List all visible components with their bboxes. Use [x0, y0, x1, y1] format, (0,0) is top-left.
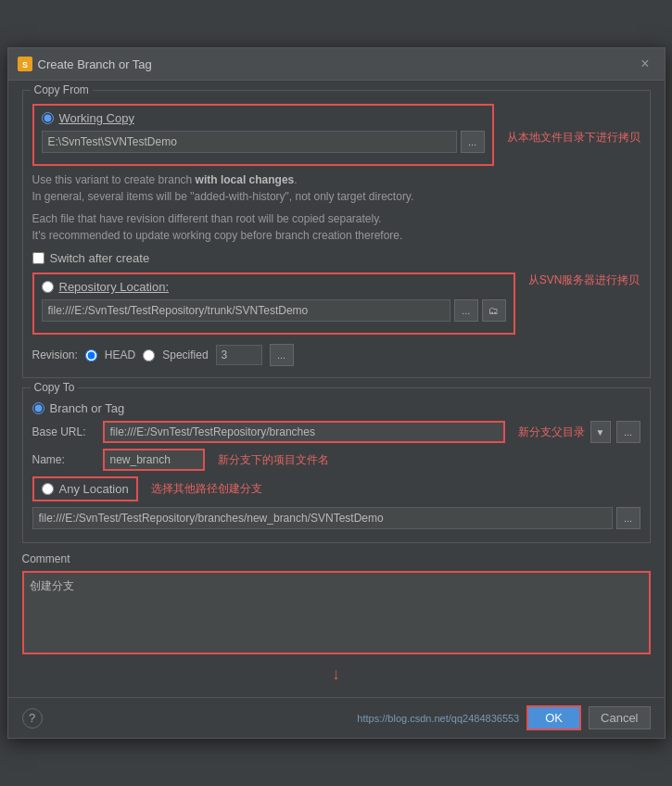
any-location-browse-button[interactable]: ... — [616, 507, 640, 529]
base-url-browse-button[interactable]: ... — [616, 421, 640, 443]
name-input[interactable] — [103, 449, 205, 471]
switch-after-create-checkbox[interactable] — [32, 252, 44, 264]
head-radio[interactable] — [85, 349, 97, 361]
repo-location-label[interactable]: Repository Location: — [59, 280, 170, 294]
name-label: Name: — [32, 453, 97, 466]
repo-location-path-input[interactable] — [42, 299, 450, 322]
repo-location-radio-row: Repository Location: — [42, 280, 506, 294]
comment-section: Comment 创建分支 — [22, 552, 651, 657]
comment-textarea[interactable]: 创建分支 — [22, 571, 651, 654]
title-bar-left: S Create Branch or Tag — [18, 57, 152, 71]
head-label[interactable]: HEAD — [105, 349, 135, 361]
footer-right: https://blog.csdn.net/qq2484836553 OK Ca… — [357, 705, 650, 730]
specified-radio[interactable] — [143, 349, 155, 361]
working-copy-path-row: ... — [42, 131, 485, 153]
footer-left: ? — [22, 708, 43, 729]
working-copy-annotation: 从本地文件目录下进行拷贝 — [507, 130, 640, 146]
any-location-path-input[interactable] — [32, 507, 613, 529]
wc-desc1: Use this variant to create branch with l… — [32, 171, 640, 205]
specified-label[interactable]: Specified — [162, 349, 208, 361]
repo-location-browse-button[interactable]: ... — [454, 299, 478, 322]
dialog-content: Copy From Working Copy ... 从本地文件目录 — [8, 81, 665, 697]
repo-location-radio[interactable] — [42, 281, 54, 293]
footer-url: https://blog.csdn.net/qq2484836553 — [357, 713, 519, 724]
branch-or-tag-label[interactable]: Branch or Tag — [50, 401, 125, 415]
title-bar: S Create Branch or Tag × — [8, 48, 665, 81]
copy-from-title: Copy From — [31, 83, 93, 96]
help-button[interactable]: ? — [22, 708, 43, 729]
working-copy-radio-row: Working Copy — [42, 111, 485, 125]
repo-location-path-row: ... 🗂 — [42, 299, 506, 322]
dialog-footer: ? https://blog.csdn.net/qq2484836553 OK … — [8, 697, 665, 738]
ok-button[interactable]: OK — [526, 705, 581, 730]
base-url-label: Base URL: — [32, 425, 97, 438]
switch-after-create-row: Switch after create — [32, 251, 640, 265]
branch-or-tag-radio-row: Branch or Tag — [32, 401, 640, 415]
switch-after-create-label[interactable]: Switch after create — [50, 251, 150, 265]
base-url-combo-button[interactable]: ▼ — [590, 421, 611, 443]
working-copy-label[interactable]: Working Copy — [59, 111, 134, 125]
working-copy-box: Working Copy ... — [32, 104, 494, 166]
dialog-icon: S — [18, 57, 32, 71]
working-copy-browse-button[interactable]: ... — [461, 131, 485, 153]
any-location-box: Any Location — [32, 476, 138, 501]
name-annotation: 新分支下的项目文件名 — [218, 452, 329, 468]
svg-text:S: S — [21, 60, 27, 70]
base-url-annotation: 新分支父目录 — [518, 425, 585, 440]
revision-row: Revision: HEAD Specified ... — [32, 344, 640, 366]
close-button[interactable]: × — [635, 54, 654, 74]
comment-label: Comment — [22, 552, 651, 565]
name-row: Name: 新分支下的项目文件名 — [32, 449, 640, 471]
base-url-input[interactable] — [103, 421, 505, 443]
any-location-path-row: ... — [32, 507, 640, 529]
revision-value-input[interactable] — [216, 345, 262, 365]
copy-to-section: Copy To Branch or Tag Base URL: 新分支父目录 ▼… — [22, 387, 651, 543]
repo-location-box: Repository Location: ... 🗂 — [32, 273, 515, 335]
revision-label: Revision: — [32, 349, 78, 361]
any-location-radio[interactable] — [42, 483, 54, 495]
revision-browse-button[interactable]: ... — [270, 344, 294, 366]
repo-location-annotation: 从SVN服务器进行拷贝 — [528, 273, 640, 288]
dialog-title: Create Branch or Tag — [38, 57, 152, 71]
copy-to-title: Copy To — [31, 381, 79, 394]
working-copy-path-input[interactable] — [42, 131, 457, 153]
copy-from-section: Copy From Working Copy ... 从本地文件目录 — [22, 90, 651, 378]
create-branch-dialog: S Create Branch or Tag × Copy From Worki… — [7, 47, 666, 739]
arrow-indicator: ↓ — [22, 665, 651, 684]
any-location-annotation: 选择其他路径创建分支 — [151, 481, 262, 497]
any-location-label[interactable]: Any Location — [59, 482, 129, 496]
wc-desc2: Each file that have revision different t… — [32, 210, 640, 244]
cancel-button[interactable]: Cancel — [589, 706, 650, 729]
base-url-row: Base URL: 新分支父目录 ▼ ... — [32, 421, 640, 443]
branch-or-tag-radio[interactable] — [32, 402, 44, 414]
repo-location-folder-button[interactable]: 🗂 — [482, 299, 506, 322]
working-copy-radio[interactable] — [42, 112, 54, 124]
